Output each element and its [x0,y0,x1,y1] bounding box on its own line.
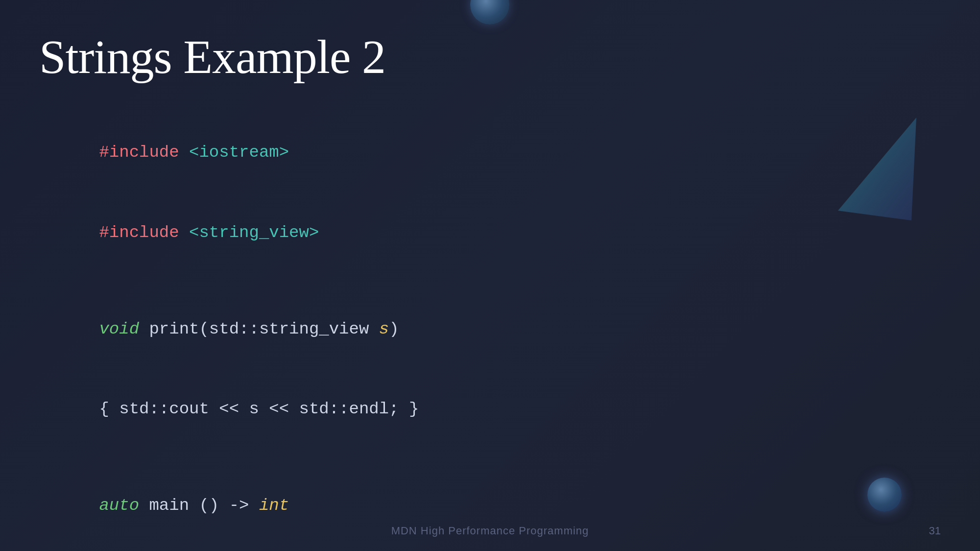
slide-title: Strings Example 2 [39,29,385,84]
code-open-brace: { [39,546,419,551]
code-include1: #include <iostream> [39,113,419,192]
page-number: 31 [929,525,941,537]
code-block: #include <iostream> #include <string_vie… [39,113,419,551]
orb-top-decoration [470,0,509,24]
code-spacer2 [39,449,419,466]
slide: Strings Example 2 #include <iostream> #i… [0,0,980,551]
code-func-decl: void print(std::string_view s) [39,289,419,369]
code-include2: #include <string_view> [39,192,419,272]
footer-title: MDN High Performance Programming [391,525,589,537]
code-spacer1 [39,272,419,289]
orb-bottom-decoration [867,478,902,512]
svg-marker-0 [838,118,916,220]
footer: MDN High Performance Programming [0,525,980,537]
triangle-decoration [833,113,921,227]
code-func-body: { std::cout << s << std::endl; } [39,369,419,449]
